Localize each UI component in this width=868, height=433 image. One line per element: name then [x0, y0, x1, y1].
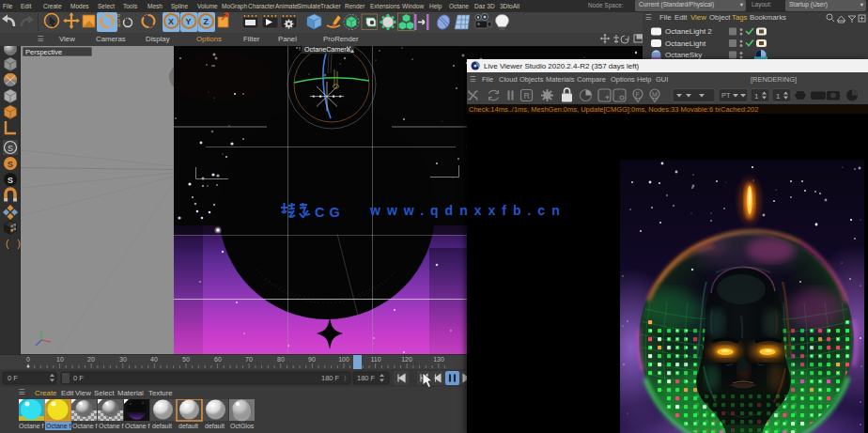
svg-text:S: S [8, 144, 13, 153]
svg-text:0: 0 [26, 356, 30, 363]
svg-text:CG: CG [315, 205, 345, 220]
svg-text:60: 60 [214, 356, 222, 363]
svg-text:80: 80 [277, 356, 285, 363]
svg-text:70: 70 [245, 356, 253, 363]
svg-text:Y: Y [186, 17, 192, 26]
svg-text:30: 30 [119, 356, 127, 363]
svg-text:R: R [524, 91, 531, 101]
svg-text:180 F: 180 F [321, 374, 340, 382]
svg-text:40: 40 [150, 356, 158, 363]
svg-text:OctaneSky: OctaneSky [665, 51, 702, 59]
svg-text:Live Viewer Studio 2020.2.4-R2: Live Viewer Studio 2020.2.4-R2 (357 days… [484, 62, 640, 70]
svg-text:OctaneLight: OctaneLight [665, 39, 706, 48]
svg-text:180 F: 180 F [357, 374, 376, 382]
svg-text:OctaneCamera: OctaneCamera [304, 46, 350, 54]
svg-text:M: M [652, 91, 658, 98]
svg-text:90: 90 [308, 356, 316, 363]
svg-text:110: 110 [370, 356, 380, 363]
svg-text:OctaneLight 2: OctaneLight 2 [665, 27, 712, 36]
svg-text:S: S [8, 176, 13, 185]
svg-text:1: 1 [754, 92, 759, 101]
svg-text:F: F [636, 91, 640, 98]
svg-text:R: R [117, 23, 121, 28]
svg-text:( ): ( ) [5, 240, 21, 250]
svg-text:120: 120 [401, 356, 412, 363]
svg-text:100: 100 [338, 356, 349, 363]
svg-text:Perspective: Perspective [25, 48, 62, 56]
svg-text:Z: Z [204, 17, 209, 26]
svg-text:X: X [168, 17, 174, 26]
svg-text:50: 50 [182, 356, 190, 363]
svg-text:0 F: 0 F [73, 374, 84, 382]
svg-text:1: 1 [776, 92, 781, 101]
svg-text:20: 20 [87, 356, 95, 363]
svg-text:0 F: 0 F [8, 374, 18, 382]
svg-text:130: 130 [433, 356, 444, 363]
svg-text:S: S [8, 160, 13, 169]
svg-text:PT: PT [721, 91, 731, 100]
svg-text:10: 10 [56, 356, 64, 363]
